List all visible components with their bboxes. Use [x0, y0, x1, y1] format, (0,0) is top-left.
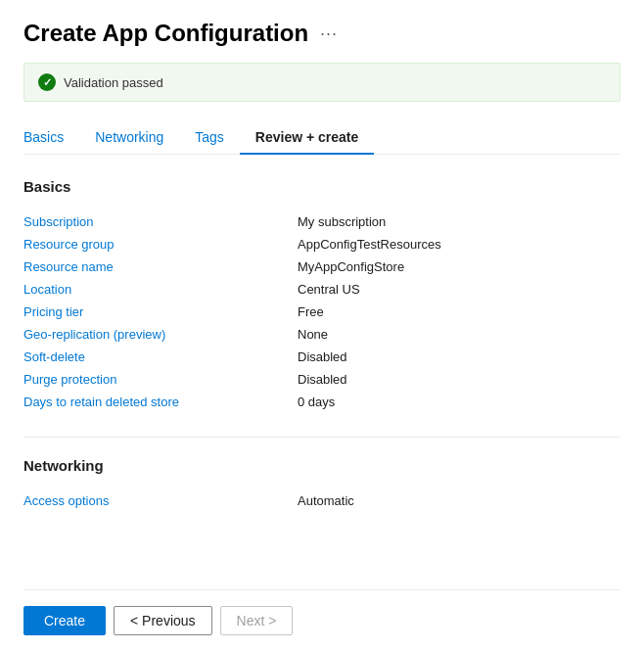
validation-banner: Validation passed: [23, 63, 621, 102]
field-value-location: Central US: [298, 278, 621, 301]
field-value-geo-replication: None: [298, 323, 621, 346]
create-button[interactable]: Create: [23, 606, 106, 635]
tab-review-create[interactable]: Review + create: [240, 121, 374, 155]
table-row: Days to retain deleted store 0 days: [23, 391, 621, 413]
field-label-subscription: Subscription: [23, 210, 298, 233]
field-label-resource-group: Resource group: [23, 233, 298, 256]
footer: Create < Previous Next >: [23, 589, 621, 651]
tabs-container: Basics Networking Tags Review + create: [23, 121, 621, 155]
field-label-resource-name: Resource name: [23, 256, 298, 278]
validation-check-icon: [38, 73, 56, 91]
field-label-geo-replication: Geo-replication (preview): [23, 323, 298, 346]
page-container: Create App Configuration ··· Validation …: [0, 0, 644, 651]
ellipsis-menu-icon[interactable]: ···: [320, 23, 338, 44]
field-value-soft-delete: Disabled: [298, 346, 621, 368]
table-row: Subscription My subscription: [23, 210, 621, 233]
table-row: Access options Automatic: [23, 489, 621, 512]
page-title: Create App Configuration: [23, 20, 308, 47]
table-row: Location Central US: [23, 278, 621, 301]
previous-button[interactable]: < Previous: [114, 606, 212, 635]
field-label-location: Location: [23, 278, 298, 301]
table-row: Resource name MyAppConfigStore: [23, 256, 621, 278]
table-row: Geo-replication (preview) None: [23, 323, 621, 346]
tab-basics[interactable]: Basics: [23, 121, 79, 155]
field-value-pricing-tier: Free: [298, 301, 621, 323]
networking-section: Networking Access options Automatic: [23, 457, 621, 512]
basics-section: Basics Subscription My subscription Reso…: [23, 178, 621, 413]
content-area: Basics Subscription My subscription Reso…: [23, 178, 621, 589]
basics-fields-table: Subscription My subscription Resource gr…: [23, 210, 621, 413]
networking-section-title: Networking: [23, 457, 621, 474]
table-row: Soft-delete Disabled: [23, 346, 621, 368]
validation-text: Validation passed: [64, 75, 163, 90]
basics-section-title: Basics: [23, 178, 621, 195]
field-value-subscription: My subscription: [298, 210, 621, 233]
table-row: Resource group AppConfigTestResources: [23, 233, 621, 256]
field-label-pricing-tier: Pricing tier: [23, 301, 298, 323]
field-label-soft-delete: Soft-delete: [23, 346, 298, 368]
field-value-purge-protection: Disabled: [298, 368, 621, 391]
field-label-purge-protection: Purge protection: [23, 368, 298, 391]
tab-tags[interactable]: Tags: [179, 121, 240, 155]
field-value-access-options: Automatic: [298, 489, 621, 512]
field-value-resource-group: AppConfigTestResources: [298, 233, 621, 256]
field-label-days-retain: Days to retain deleted store: [23, 391, 298, 413]
next-button: Next >: [220, 606, 294, 635]
field-value-days-retain: 0 days: [298, 391, 621, 413]
table-row: Pricing tier Free: [23, 301, 621, 323]
tab-networking[interactable]: Networking: [79, 121, 179, 155]
table-row: Purge protection Disabled: [23, 368, 621, 391]
field-value-resource-name: MyAppConfigStore: [298, 256, 621, 278]
networking-fields-table: Access options Automatic: [23, 489, 621, 512]
section-divider: [23, 437, 621, 438]
field-label-access-options: Access options: [23, 489, 298, 512]
page-header: Create App Configuration ···: [23, 20, 621, 47]
